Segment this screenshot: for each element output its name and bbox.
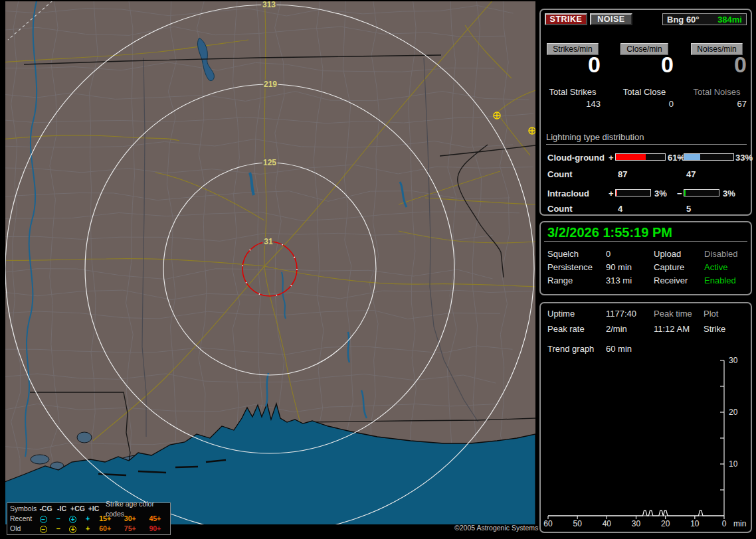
cg-negative-bar bbox=[684, 153, 734, 161]
total-close-value: 0 bbox=[614, 99, 674, 109]
positive-ic-icon: + bbox=[80, 524, 95, 534]
persistence-label: Persistence bbox=[547, 262, 593, 272]
cloud-ground-label: Cloud-ground bbox=[547, 153, 605, 163]
ic-positive-bar bbox=[615, 189, 651, 196]
negative-cg-icon: − bbox=[40, 526, 47, 533]
ic-negative-bar bbox=[684, 189, 719, 196]
ring-label-219: 219 bbox=[264, 80, 277, 89]
ic-negative-pct: 3% bbox=[723, 189, 735, 198]
ring-label-313: 313 bbox=[262, 1, 276, 9]
negative-cg-icon: − bbox=[40, 516, 47, 523]
bearing-display: Bng 60° 384mi bbox=[662, 13, 747, 25]
close-column: Close/min 0 Total Close 0 bbox=[614, 42, 675, 116]
squelch-label: Squelch bbox=[547, 249, 579, 259]
ic-positive-count: 4 bbox=[618, 204, 622, 214]
legend-col-pos-cg: +CG bbox=[70, 504, 86, 514]
stats-panel: Uptime 1177:40 Peak time Plot Peak rate … bbox=[539, 302, 752, 533]
stormvue-app: { "app": { "copyright": "©2005 Astrogeni… bbox=[0, 0, 756, 539]
peak-time-value: 11:12 AM bbox=[654, 324, 690, 334]
age-30: 30+ bbox=[120, 514, 145, 524]
old-positive-cg-strike-icon bbox=[529, 127, 535, 134]
total-strikes-label: Total Strikes bbox=[543, 87, 602, 97]
capture-label: Capture bbox=[654, 262, 684, 272]
receiver-status: Enabled bbox=[704, 275, 736, 285]
noise-button[interactable]: NOISE bbox=[590, 13, 632, 25]
capture-status: Active bbox=[704, 262, 727, 272]
svg-text:20: 20 bbox=[729, 408, 738, 417]
strike-button[interactable]: STRIKE bbox=[545, 13, 587, 25]
age-75: 75+ bbox=[120, 524, 145, 534]
svg-text:20: 20 bbox=[661, 519, 670, 528]
strike-map[interactable]: 313 219 125 31 bbox=[5, 1, 535, 524]
bearing-label: Bng 60° bbox=[667, 15, 700, 25]
intracloud-label: Intracloud bbox=[547, 189, 589, 198]
legend-col-pos-ic: +IC bbox=[86, 504, 102, 514]
svg-text:10: 10 bbox=[729, 459, 738, 469]
squelch-value: 0 bbox=[606, 249, 611, 259]
peak-rate-value: 2/min bbox=[606, 324, 627, 334]
plot-label: Plot bbox=[704, 309, 718, 319]
cg-negative-count: 47 bbox=[686, 169, 696, 179]
age-90: 90+ bbox=[145, 524, 170, 534]
svg-text:0: 0 bbox=[722, 519, 727, 528]
cg-negative-pct: 33% bbox=[735, 153, 753, 163]
negative-ic-icon: − bbox=[50, 514, 65, 524]
bearing-range: 384mi bbox=[717, 15, 742, 25]
trend-line bbox=[548, 510, 724, 516]
svg-text:60: 60 bbox=[543, 519, 553, 528]
svg-text:30: 30 bbox=[729, 356, 738, 365]
copyright-text: ©2005 Astrogenic Systems bbox=[454, 524, 538, 532]
legend-col-neg-ic: -IC bbox=[54, 504, 70, 514]
intracloud-row: Intracloud + 3% − 3% bbox=[541, 189, 753, 199]
range-value: 313 mi bbox=[606, 275, 632, 285]
age-45: 45+ bbox=[145, 514, 170, 524]
distribution-title: Lightning type distribution bbox=[546, 132, 747, 145]
strikes-per-min-value: 0 bbox=[543, 52, 601, 76]
svg-text:min: min bbox=[733, 519, 746, 528]
svg-text:30: 30 bbox=[632, 519, 641, 528]
total-close-label: Total Close bbox=[614, 87, 675, 97]
positive-cg-icon: + bbox=[69, 526, 76, 533]
negative-ic-icon: − bbox=[50, 524, 65, 534]
svg-text:10: 10 bbox=[690, 519, 700, 528]
total-noises-label: Total Noises bbox=[686, 87, 748, 97]
ic-negative-count: 5 bbox=[686, 204, 691, 214]
legend-recent-row: Recent − − + + 15+ 30+ 45+ bbox=[9, 514, 170, 524]
svg-text:40: 40 bbox=[603, 519, 612, 528]
cg-positive-count: 87 bbox=[618, 169, 627, 179]
upload-label: Upload bbox=[654, 249, 681, 259]
persistence-value: 90 min bbox=[606, 262, 632, 272]
age-15: 15+ bbox=[95, 514, 120, 524]
legend-symbols-label: Symbols bbox=[9, 504, 38, 514]
total-strikes-value: 143 bbox=[543, 99, 601, 109]
trend-graph: 6050403020100min302010 bbox=[541, 355, 753, 533]
noises-column: Noises/min 0 Total Noises 67 bbox=[686, 42, 748, 116]
receiver-label: Receiver bbox=[654, 275, 688, 285]
trend-window-value: 60 min bbox=[606, 344, 632, 354]
datetime-display: 3/2/2026 1:55:19 PM bbox=[547, 225, 672, 240]
trend-graph-label: Trend graph bbox=[547, 344, 594, 354]
plot-value: Strike bbox=[704, 324, 725, 334]
status-panel: 3/2/2026 1:55:19 PM Squelch 0 Upload Dis… bbox=[539, 221, 752, 295]
peak-rate-label: Peak rate bbox=[547, 324, 585, 334]
strikes-column: Strikes/min 0 Total Strikes 143 bbox=[543, 42, 602, 116]
legend-header-row: Symbols -CG -IC +CG +IC Strike age color… bbox=[9, 504, 170, 514]
positive-ic-icon: + bbox=[80, 514, 95, 524]
age-60: 60+ bbox=[95, 524, 120, 534]
ring-label-31: 31 bbox=[264, 237, 273, 246]
svg-text:50: 50 bbox=[573, 519, 582, 528]
map-legend: Symbols -CG -IC +CG +IC Strike age color… bbox=[7, 502, 171, 535]
upload-status: Disabled bbox=[704, 249, 738, 259]
ic-positive-pct: 3% bbox=[654, 189, 667, 198]
intracloud-count-row: Count 4 5 bbox=[541, 204, 753, 214]
range-label: Range bbox=[547, 275, 573, 285]
uptime-value: 1177:40 bbox=[606, 309, 636, 319]
legend-old-row: Old − − + + 60+ 75+ 90+ bbox=[9, 524, 170, 534]
cg-positive-bar bbox=[615, 153, 666, 161]
uptime-label: Uptime bbox=[547, 309, 575, 319]
old-positive-cg-strike-icon bbox=[494, 112, 500, 119]
total-noises-value: 67 bbox=[686, 99, 747, 109]
peak-time-label: Peak time bbox=[654, 309, 692, 319]
cloud-ground-count-row: Count 87 47 bbox=[541, 169, 753, 180]
noises-per-min-value: 0 bbox=[686, 52, 747, 76]
